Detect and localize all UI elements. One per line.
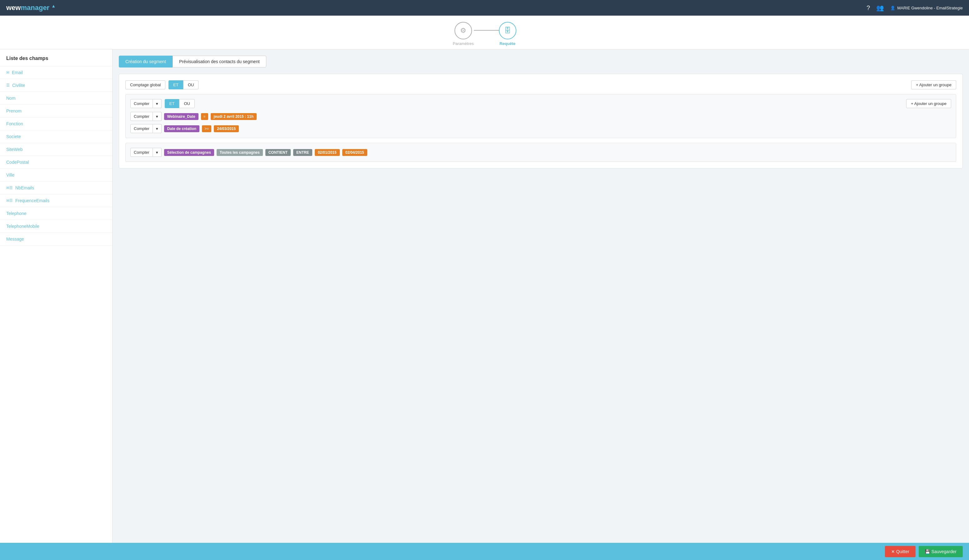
sidebar-label-telephone: Telephone [6,211,27,216]
et-button-sub[interactable]: ET [165,99,180,108]
sidebar-item-email[interactable]: ✉ Email [0,66,112,79]
sidebar-item-frequenceemails[interactable]: ✉☰ FrequenceEmails [0,194,112,207]
sidebar-label-email: Email [12,70,23,75]
compter-c2[interactable]: Compter [130,124,153,133]
sub-group-1: Compter ▼ ET OU + Ajouter un groupe Comp… [125,94,956,138]
field-tag-1: Webinaire_Date [164,113,198,120]
header-right: ? 👥 👤 MARIE Gwendoline - EmailStrategie [866,4,963,12]
operator-tag-1: = [201,113,208,120]
user-label: MARIE Gwendoline - EmailStrategie [897,6,963,10]
sidebar-title: Liste des champs [0,49,112,66]
users-icon[interactable]: 👥 [876,4,884,12]
date-tag-3b: 02/04/2015 [342,149,367,156]
wizard-label-1: Paramètres [453,41,474,46]
compter-group-1: Compter ▼ [130,99,162,108]
sidebar-label-nom: Nom [6,96,16,101]
sidebar-label-telephonemobile: TelephoneMobile [6,224,39,229]
sub-group-left: Compter ▼ ET OU [130,99,195,108]
value-tag-2: 24/03/2015 [214,125,239,132]
sidebar-item-nom[interactable]: Nom [0,92,112,105]
user-info: 👤 MARIE Gwendoline - EmailStrategie [890,6,963,10]
value-tag-3a: Toutes les campagnes [216,149,263,156]
tabs: Création du segment Prévisualisation des… [119,56,963,68]
field-tag-2: Date de création [164,125,200,132]
wizard-step-requete[interactable]: 🗄 Requête [499,22,516,46]
logo-manager: manager [21,4,49,12]
et-button-global[interactable]: ET [168,80,183,90]
content-area: Création du segment Prévisualisation des… [113,49,969,543]
condition-row-3: Compter ▼ Sélection de campagnes Toutes … [130,148,951,157]
ajouter-groupe-global[interactable]: + Ajouter un groupe [911,80,956,90]
condition-row-2: Compter ▼ Date de création >= 24/03/2015 [130,124,951,133]
header: wewmanager ▲ ? 👥 👤 MARIE Gwendoline - Em… [0,0,969,16]
sidebar-item-codepostal[interactable]: CodePostal [0,156,112,169]
user-avatar-icon: 👤 [890,6,895,10]
field-tag-3: Sélection de campagnes [164,149,214,156]
wizard-step-parametres[interactable]: ⚙ Paramètres [453,22,474,46]
sidebar-label-ville: Ville [6,173,14,178]
compter-group-c1: Compter ▼ [130,112,162,121]
et-ou-group-sub: ET OU [165,99,195,108]
sidebar-item-message[interactable]: Message [0,233,112,246]
compter-arrow-1[interactable]: ▼ [153,99,162,108]
sidebar-item-civilite[interactable]: ☰ Civilite [0,79,112,92]
help-icon[interactable]: ? [866,4,870,12]
sidebar-label-frequenceemails: FrequenceEmails [15,198,49,203]
compter-c3[interactable]: Compter [130,148,153,157]
comptage-global-button[interactable]: Comptage global [125,80,165,90]
tab-previsualisation[interactable]: Prévisualisation des contacts du segment [173,56,266,68]
sauvegarder-button[interactable]: 💾 Sauvegarder [919,546,963,557]
comptage-global-row: Comptage global ET OU + Ajouter un group… [125,80,956,90]
wizard-connector [474,30,499,31]
sub-group-2: Compter ▼ Sélection de campagnes Toutes … [125,143,956,162]
et-ou-group-global: ET OU [168,80,198,90]
sidebar-label-siteweb: SiteWeb [6,147,23,152]
compter-arrow-c2[interactable]: ▼ [153,124,162,133]
sidebar-item-telephone[interactable]: Telephone [0,207,112,220]
main-content: Liste des champs ✉ Email ☰ Civilite Nom … [0,49,969,543]
comptage-global-left: Comptage global ET OU [125,80,198,90]
wizard-label-2: Requête [499,41,515,46]
nbemails-icon: ✉☰ [6,186,13,190]
sidebar-item-prenom[interactable]: Prenom [0,105,112,118]
logo-wew: wew [6,4,21,12]
sidebar-item-societe[interactable]: Societe [0,130,112,143]
sidebar-label-fonction: Fonction [6,121,23,126]
sidebar: Liste des champs ✉ Email ☰ Civilite Nom … [0,49,113,543]
sidebar-label-codepostal: CodePostal [6,160,29,165]
sub-group-header: Compter ▼ ET OU + Ajouter un groupe [130,99,951,108]
wizard-circle-1: ⚙ [455,22,472,39]
sidebar-item-nbemails[interactable]: ✉☰ NbEmails [0,181,112,194]
ajouter-groupe-sub[interactable]: + Ajouter un groupe [906,99,951,108]
compter-group-c2: Compter ▼ [130,124,162,133]
sidebar-label-societe: Societe [6,134,21,139]
value-tag-1: jeudi 2 avril 2015 : 11h [211,113,256,120]
segment-builder: Comptage global ET OU + Ajouter un group… [119,74,963,168]
compter-arrow-c1[interactable]: ▼ [153,112,162,121]
wizard-steps: ⚙ Paramètres 🗄 Requête [0,16,969,49]
operator-tag-2: >= [202,125,211,132]
compter-arrow-c3[interactable]: ▼ [153,148,162,157]
sidebar-label-prenom: Prenom [6,108,22,113]
date-tag-3a: 02/01/2015 [315,149,340,156]
ou-button-global[interactable]: OU [183,80,199,90]
compter-c1[interactable]: Compter [130,112,153,121]
operator-tag-3a: CONTIENT [265,149,291,156]
quitter-button[interactable]: ✕ Quitter [885,546,916,557]
sidebar-item-fonction[interactable]: Fonction [0,118,112,130]
civilite-icon: ☰ [6,83,10,88]
operator-tag-3b: ENTRE [293,149,312,156]
compter-button-1[interactable]: Compter [130,99,153,108]
condition-row-1: Compter ▼ Webinaire_Date = jeudi 2 avril… [130,112,951,121]
frequenceemails-icon: ✉☰ [6,198,13,203]
sidebar-label-civilite: Civilite [12,83,25,88]
tab-creation-segment[interactable]: Création du segment [119,56,173,68]
sidebar-item-siteweb[interactable]: SiteWeb [0,143,112,156]
logo: wewmanager ▲ [6,3,56,12]
sidebar-item-telephonemobile[interactable]: TelephoneMobile [0,220,112,233]
ou-button-sub[interactable]: OU [179,99,195,108]
sidebar-label-message: Message [6,236,24,241]
wizard-circle-2: 🗄 [499,22,516,39]
sidebar-item-ville[interactable]: Ville [0,169,112,181]
footer: ✕ Quitter 💾 Sauvegarder [0,543,969,560]
